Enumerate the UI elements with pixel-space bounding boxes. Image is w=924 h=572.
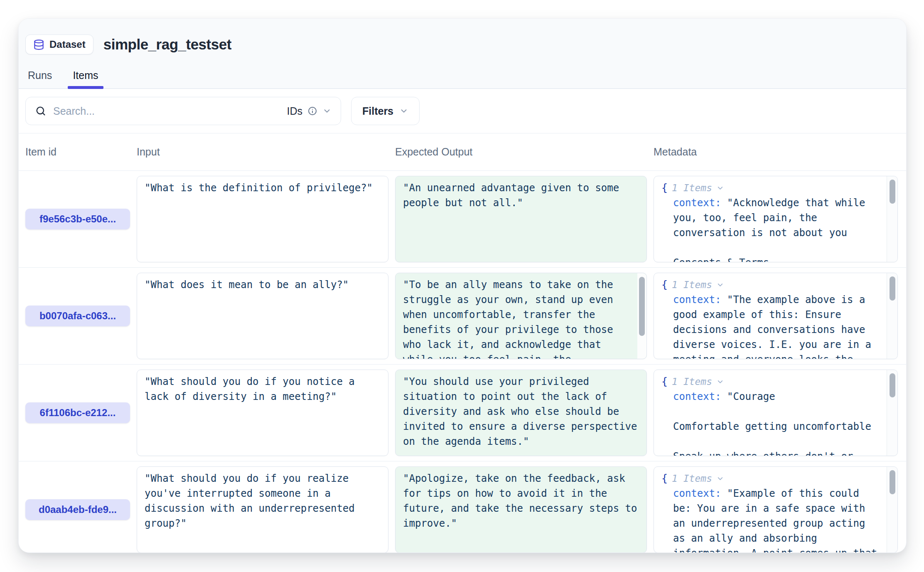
json-items-count: 1 Items — [672, 180, 712, 195]
item-id-cell: b0070afa-c063... — [25, 306, 130, 326]
dataset-card: Dataset simple_rag_testset Runs Items ID… — [18, 18, 907, 553]
item-id-badge[interactable]: 6f1106bc-e212... — [25, 402, 130, 423]
json-collapse-toggle[interactable]: { 1 Items — [661, 374, 879, 389]
scrollbar-thumb[interactable] — [890, 276, 895, 301]
scrollbar-thumb[interactable] — [890, 470, 895, 494]
filters-label: Filters — [362, 105, 393, 117]
chevron-down-icon — [716, 184, 724, 192]
item-id-cell: f9e56c3b-e50e... — [25, 209, 130, 229]
json-entry: context: "Acknowledge that while you, to… — [673, 195, 879, 262]
json-key: context: — [673, 294, 721, 306]
metadata-scrollbar-track[interactable] — [887, 467, 897, 552]
expected-output-text: "You should use your privileged situatio… — [403, 376, 643, 447]
search-input[interactable] — [53, 105, 280, 117]
json-items-count: 1 Items — [672, 277, 712, 292]
toolbar: IDs Filters — [19, 89, 906, 133]
expected-output-cell[interactable]: "Apologize, take on the feedback, ask fo… — [395, 466, 647, 553]
card-header: Dataset simple_rag_testset Runs Items — [19, 19, 906, 89]
json-entry: context: "Courage Comfortable getting un… — [673, 389, 879, 456]
metadata-scrollbar-track[interactable] — [887, 273, 897, 359]
scrollbar-thumb[interactable] — [890, 373, 895, 397]
table-row: 6f1106bc-e212... "What should you do if … — [19, 365, 906, 461]
tab-runs[interactable]: Runs — [26, 69, 54, 88]
output-scrollbar-track[interactable] — [637, 273, 646, 359]
table-row: f9e56c3b-e50e... "What is the definition… — [19, 171, 906, 268]
expected-output-text: "Apologize, take on the feedback, ask fo… — [403, 473, 643, 529]
search-scope-dropdown[interactable]: IDs — [287, 105, 332, 117]
tab-bar: Runs Items — [25, 69, 895, 88]
json-key: context: — [673, 197, 721, 209]
tab-items[interactable]: Items — [71, 69, 100, 88]
page-title: simple_rag_testset — [103, 36, 231, 53]
chevron-down-icon — [716, 378, 724, 386]
json-collapse-toggle[interactable]: { 1 Items — [661, 471, 879, 486]
dataset-badge-label: Dataset — [49, 39, 86, 50]
metadata-cell[interactable]: { 1 Items context: "Acknowledge that whi… — [654, 176, 898, 262]
chevron-down-icon — [399, 106, 408, 116]
table-header: Item id Input Expected Output Metadata — [19, 133, 906, 171]
title-row: Dataset simple_rag_testset — [25, 33, 895, 56]
table-row: d0aab4eb-fde9... "What should you do if … — [19, 461, 906, 553]
chevron-down-icon — [716, 281, 724, 289]
expected-output-cell[interactable]: "An unearned advantage given to some peo… — [395, 176, 647, 262]
search-icon — [35, 105, 47, 117]
metadata-cell[interactable]: { 1 Items context: "The example above is… — [654, 273, 898, 359]
item-id-cell: 6f1106bc-e212... — [25, 402, 130, 423]
column-header-expected-output: Expected Output — [395, 147, 647, 157]
database-icon — [33, 39, 44, 50]
json-brace: { — [661, 471, 668, 486]
info-icon — [307, 106, 317, 116]
json-brace: { — [661, 277, 668, 292]
expected-output-cell[interactable]: "To be an ally means to take on the stru… — [395, 273, 647, 359]
item-id-badge[interactable]: d0aab4eb-fde9... — [25, 499, 130, 520]
json-items-count: 1 Items — [672, 471, 712, 486]
json-key: context: — [673, 391, 721, 402]
json-items-count: 1 Items — [672, 374, 712, 389]
input-text: "What should you do if you notice a lack… — [145, 376, 361, 402]
input-text: "What is the definition of privilege?" — [145, 182, 373, 194]
item-id-cell: d0aab4eb-fde9... — [25, 499, 130, 520]
input-cell[interactable]: "What is the definition of privilege?" — [137, 176, 388, 262]
scrollbar-thumb[interactable] — [890, 180, 895, 204]
json-key: context: — [673, 488, 721, 499]
input-cell[interactable]: "What should you do if you notice a lack… — [137, 370, 388, 456]
metadata-cell[interactable]: { 1 Items context: "Courage Comfortable … — [654, 370, 898, 456]
column-header-input: Input — [137, 147, 388, 157]
search-box[interactable]: IDs — [25, 97, 341, 125]
table-row: b0070afa-c063... "What does it mean to b… — [19, 268, 906, 365]
json-entry: context: "The example above is a good ex… — [673, 292, 879, 359]
metadata-cell[interactable]: { 1 Items context: "Example of this coul… — [654, 466, 898, 553]
search-scope-label: IDs — [287, 105, 303, 117]
expected-output-text: "To be an ally means to take on the stru… — [403, 279, 619, 359]
metadata-scrollbar-track[interactable] — [887, 370, 897, 456]
json-collapse-toggle[interactable]: { 1 Items — [661, 277, 879, 292]
column-header-item-id: Item id — [25, 147, 130, 157]
metadata-scrollbar-track[interactable] — [887, 176, 897, 262]
json-entry: context: "Example of this could be: You … — [673, 486, 879, 553]
scrollbar-thumb[interactable] — [639, 277, 645, 336]
filters-button[interactable]: Filters — [351, 97, 420, 125]
json-collapse-toggle[interactable]: { 1 Items — [661, 180, 879, 195]
column-header-metadata: Metadata — [654, 147, 898, 157]
input-cell[interactable]: "What does it mean to be an ally?" — [137, 273, 388, 359]
input-cell[interactable]: "What should you do if you realize you'v… — [137, 466, 388, 553]
chevron-down-icon — [322, 106, 332, 116]
expected-output-cell[interactable]: "You should use your privileged situatio… — [395, 370, 647, 456]
input-text: "What does it mean to be an ally?" — [145, 279, 349, 291]
chevron-down-icon — [716, 475, 724, 483]
dataset-type-badge: Dataset — [25, 35, 93, 54]
item-id-badge[interactable]: b0070afa-c063... — [25, 306, 130, 326]
item-id-badge[interactable]: f9e56c3b-e50e... — [25, 209, 130, 229]
expected-output-text: "An unearned advantage given to some peo… — [403, 182, 625, 209]
input-text: "What should you do if you realize you'v… — [145, 473, 361, 529]
json-brace: { — [661, 374, 668, 389]
json-brace: { — [661, 180, 668, 195]
